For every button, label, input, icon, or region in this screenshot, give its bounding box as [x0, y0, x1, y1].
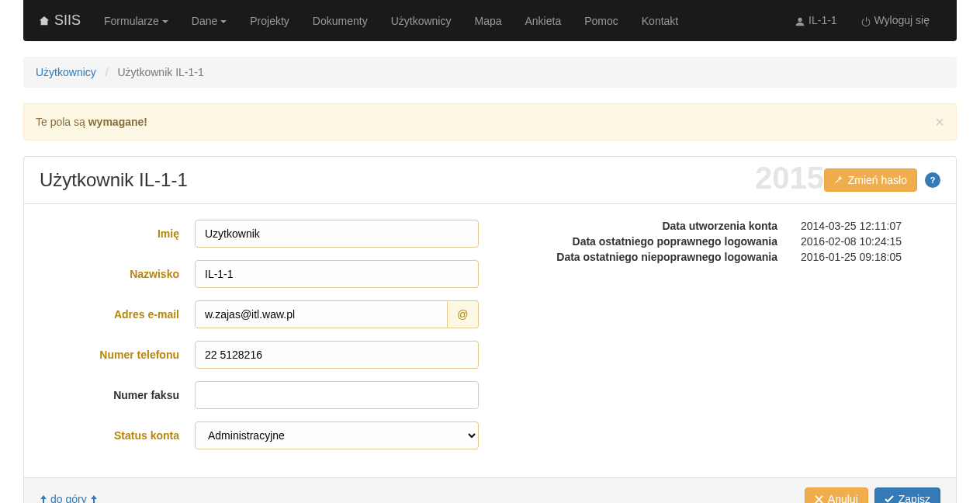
alert-required: Te pola są wymagane! × — [23, 103, 957, 140]
form-group-imie: Imię — [40, 220, 479, 248]
nav-dane[interactable]: Dane — [192, 15, 227, 27]
info-label: Data ostatniego poprawnego logowania — [502, 235, 802, 248]
arrow-up-icon — [40, 495, 47, 503]
label-imie: Imię — [40, 227, 195, 240]
nav-pomoc[interactable]: Pomoc — [584, 15, 618, 27]
panel-body: Imię Nazwisko Adres e-mail — [24, 204, 956, 477]
home-icon — [39, 16, 50, 26]
alert-text: Te pola są — [36, 116, 88, 128]
brand-link[interactable]: SIIS — [39, 12, 81, 29]
form-column: Imię Nazwisko Adres e-mail — [40, 220, 479, 462]
nav-formularze[interactable]: Formularze — [104, 15, 168, 27]
breadcrumb: Użytkownicy / Użytkownik IL-1-1 — [23, 57, 957, 88]
breadcrumb-separator: / — [106, 66, 109, 78]
panel-footer: do góry Anuluj Zapisz — [24, 477, 956, 503]
close-icon: × — [935, 113, 944, 130]
label-email: Adres e-mail — [40, 308, 195, 321]
user-icon — [795, 16, 805, 27]
x-icon — [815, 495, 823, 504]
panel-heading: Użytkownik IL-1-1 2015 Zmień hasło ? — [24, 157, 956, 204]
save-button[interactable]: Zapisz — [874, 487, 940, 503]
nav-projekty[interactable]: Projekty — [250, 15, 289, 27]
year-watermark: 2015 — [755, 161, 824, 196]
breadcrumb-parent[interactable]: Użytkownicy — [36, 66, 96, 78]
input-faks[interactable] — [195, 381, 479, 409]
brand-text: SIIS — [54, 12, 81, 29]
input-email[interactable] — [195, 300, 448, 328]
navbar: SIIS Formularze Dane Projekty Dokumenty … — [23, 0, 957, 41]
arrow-up-icon — [90, 495, 98, 503]
form-group-email: Adres e-mail @ — [40, 300, 479, 328]
change-password-button[interactable]: Zmień hasło — [824, 168, 917, 192]
chevron-down-icon — [162, 20, 168, 23]
nav-mapa[interactable]: Mapa — [474, 15, 501, 27]
info-row-created: Data utworzenia konta 2014-03-25 12:11:0… — [502, 220, 941, 232]
nav-logout[interactable]: Wyloguj się — [861, 14, 930, 26]
label-status: Status konta — [40, 429, 195, 442]
check-icon — [885, 494, 894, 503]
input-nazwisko[interactable] — [195, 260, 479, 288]
form-group-status: Status konta Administracyjne — [40, 421, 479, 449]
label-faks: Numer faksu — [40, 389, 195, 401]
nav-ankieta[interactable]: Ankieta — [525, 15, 562, 27]
power-icon — [861, 16, 871, 27]
info-row-last-fail: Data ostatniego niepoprawnego logowania … — [502, 251, 941, 263]
alert-strong: wymagane! — [88, 116, 147, 128]
info-label: Data utworzenia konta — [502, 220, 802, 232]
nav-dokumenty[interactable]: Dokumenty — [313, 15, 368, 27]
input-telefon[interactable] — [195, 341, 479, 369]
info-column: Data utworzenia konta 2014-03-25 12:11:0… — [502, 220, 941, 462]
input-imie[interactable] — [195, 220, 479, 248]
info-value: 2014-03-25 12:11:07 — [801, 220, 940, 232]
info-row-last-success: Data ostatniego poprawnego logowania 201… — [502, 235, 941, 248]
nav-user[interactable]: IL-1-1 — [795, 14, 836, 26]
email-addon: @ — [448, 300, 478, 328]
user-panel: Użytkownik IL-1-1 2015 Zmień hasło ? Imi… — [23, 156, 957, 503]
label-telefon: Numer telefonu — [40, 349, 195, 361]
form-group-faks: Numer faksu — [40, 381, 479, 409]
help-icon[interactable]: ? — [925, 172, 940, 188]
breadcrumb-current: Użytkownik IL-1-1 — [117, 66, 203, 78]
label-nazwisko: Nazwisko — [40, 268, 195, 280]
info-label: Data ostatniego niepoprawnego logowania — [502, 251, 802, 263]
wrench-icon — [834, 175, 843, 185]
form-group-telefon: Numer telefonu — [40, 341, 479, 369]
to-top-link[interactable]: do góry — [40, 493, 98, 503]
info-value: 2016-02-08 10:24:15 — [801, 235, 940, 248]
chevron-down-icon — [220, 20, 227, 23]
select-status[interactable]: Administracyjne — [195, 421, 479, 449]
nav-menu: Formularze Dane Projekty Dokumenty Użytk… — [92, 15, 783, 27]
alert-close-button[interactable]: × — [935, 113, 944, 131]
nav-uzytkownicy[interactable]: Użytkownicy — [391, 15, 452, 27]
form-group-nazwisko: Nazwisko — [40, 260, 479, 288]
nav-kontakt[interactable]: Kontakt — [642, 15, 678, 27]
page-title: Użytkownik IL-1-1 — [40, 169, 188, 191]
cancel-button[interactable]: Anuluj — [805, 487, 868, 503]
nav-right: IL-1-1 Wyloguj się — [783, 14, 941, 26]
info-value: 2016-01-25 09:18:05 — [801, 251, 940, 263]
